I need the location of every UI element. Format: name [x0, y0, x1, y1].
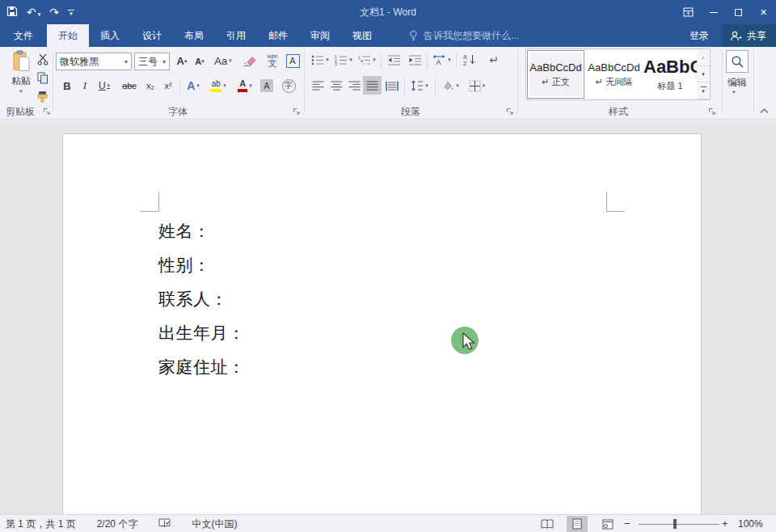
word-count-status[interactable]: 2/20 个字: [97, 517, 138, 531]
bold-button[interactable]: B: [60, 78, 74, 93]
tab-file[interactable]: 文件: [0, 24, 47, 47]
zoom-level[interactable]: 100%: [738, 515, 763, 532]
style-heading-1[interactable]: AaBbCcDd 标题 1: [643, 50, 697, 99]
minimize-icon: [710, 12, 718, 13]
web-layout-button[interactable]: [597, 516, 618, 532]
zoom-out-button[interactable]: −: [624, 515, 630, 532]
font-size-combo[interactable]: 三号▾: [134, 53, 170, 70]
align-left-button[interactable]: [310, 78, 326, 94]
zoom-slider-thumb[interactable]: [673, 519, 677, 529]
eraser-icon: [242, 55, 256, 67]
show-hide-marks-button[interactable]: ↵: [485, 52, 503, 68]
subscript-button[interactable]: x₂: [142, 78, 158, 93]
format-painter-button[interactable]: [36, 89, 50, 103]
proofing-status[interactable]: [158, 517, 171, 530]
print-layout-button[interactable]: [567, 516, 588, 532]
enclose-characters-button[interactable]: 字: [280, 78, 297, 93]
maximize-button[interactable]: [726, 0, 751, 24]
doc-line-name: 姓名：: [158, 220, 211, 243]
clipboard-dialog-launcher[interactable]: [43, 107, 53, 116]
read-mode-button[interactable]: [537, 516, 558, 532]
character-border-button[interactable]: A: [285, 53, 301, 69]
increase-indent-button[interactable]: [406, 53, 424, 67]
multilevel-list-button[interactable]: 1ai: [356, 53, 377, 67]
proofing-book-icon: [158, 517, 171, 528]
tab-references[interactable]: 引用: [215, 24, 257, 47]
character-shading-button[interactable]: A: [259, 78, 275, 93]
text-highlight-button[interactable]: ab: [207, 78, 230, 94]
svg-text:3: 3: [335, 61, 337, 65]
minimize-button[interactable]: [701, 0, 726, 24]
italic-button[interactable]: I: [79, 78, 91, 93]
find-button[interactable]: [726, 50, 749, 73]
distribute-button[interactable]: [383, 78, 401, 94]
tab-design[interactable]: 设计: [131, 24, 173, 47]
bullets-button[interactable]: [310, 53, 331, 67]
styles-more-button[interactable]: ▾: [697, 82, 710, 99]
tab-review[interactable]: 审阅: [299, 24, 341, 47]
align-right-button[interactable]: [346, 78, 362, 94]
text-effects-button[interactable]: A: [183, 78, 203, 93]
share-button[interactable]: 共享: [722, 24, 776, 47]
tab-view[interactable]: 视图: [341, 24, 383, 47]
paragraph-dialog-launcher[interactable]: [506, 107, 516, 116]
shrink-font-button[interactable]: A▾: [192, 54, 207, 69]
cut-button[interactable]: [36, 52, 50, 66]
tab-home[interactable]: 开始: [47, 24, 89, 47]
window-controls: ×: [676, 0, 776, 24]
tab-layout[interactable]: 布局: [173, 24, 215, 47]
styles-scroll-down-button[interactable]: ▾: [697, 66, 710, 83]
tell-me-box[interactable]: 告诉我您想要做什么...: [409, 24, 519, 47]
borders-button[interactable]: [466, 78, 488, 94]
underline-button[interactable]: U: [94, 78, 115, 93]
sort-button[interactable]: AZ: [460, 52, 479, 68]
font-dialog-launcher[interactable]: [293, 107, 302, 116]
zoom-in-button[interactable]: +: [722, 515, 728, 532]
zoom-slider-track[interactable]: [639, 524, 719, 525]
sign-in-button[interactable]: 登录: [690, 24, 709, 47]
svg-text:A: A: [463, 54, 467, 60]
doc-line-birthdate: 出生年月：: [158, 322, 246, 344]
shading-button[interactable]: [439, 78, 462, 94]
decrease-indent-button[interactable]: [385, 53, 403, 67]
numbering-button[interactable]: 123: [333, 53, 354, 67]
collapse-ribbon-button[interactable]: [760, 105, 769, 116]
ribbon: 粘贴 ▾ 剪贴板 微软雅黑▾ 三号▾ A▴ A▾ Aa wén 文: [0, 47, 776, 120]
font-color-bar: [238, 89, 247, 92]
close-button[interactable]: ×: [751, 0, 776, 24]
justify-button[interactable]: [363, 76, 382, 95]
styles-dialog-launcher[interactable]: [708, 107, 718, 116]
align-center-button[interactable]: [328, 78, 344, 94]
phonetic-guide-button[interactable]: wén 文: [264, 50, 281, 71]
language-status[interactable]: 中文(中国): [192, 517, 237, 531]
align-right-icon: [348, 81, 361, 91]
align-left-icon: [312, 81, 324, 91]
styles-group-label: 样式: [521, 105, 715, 118]
change-case-button[interactable]: Aa: [212, 53, 234, 69]
clear-formatting-button[interactable]: [241, 53, 257, 69]
web-layout-icon: [602, 519, 614, 530]
copy-button[interactable]: [36, 70, 50, 85]
ribbon-display-options-button[interactable]: [676, 0, 701, 24]
page-number-status[interactable]: 第 1 页，共 1 页: [6, 517, 76, 531]
font-name-combo[interactable]: 微软雅黑▾: [56, 53, 132, 70]
document-page[interactable]: 姓名： 性别： 联系人： 出生年月： 家庭住址：: [62, 133, 702, 514]
styles-scroll-up-button[interactable]: ▴: [697, 49, 710, 66]
paste-button[interactable]: 粘贴 ▾: [6, 50, 36, 103]
style-no-spacing[interactable]: AaBbCcDd ↵ 无间隔: [586, 50, 642, 99]
margin-mark-right: [606, 192, 607, 212]
tab-insert[interactable]: 插入: [89, 24, 131, 47]
editing-group-label[interactable]: 编辑: [719, 76, 755, 90]
line-spacing-button[interactable]: [408, 78, 431, 94]
document-area: 姓名： 性别： 联系人： 出生年月： 家庭住址：: [0, 120, 776, 514]
strikethrough-button[interactable]: abc: [120, 78, 139, 93]
font-color-button[interactable]: A: [234, 78, 255, 94]
format-painter-icon: [36, 91, 49, 103]
tab-mailings[interactable]: 邮件: [257, 24, 299, 47]
superscript-button[interactable]: x²: [160, 78, 176, 93]
editing-dropdown-arrow[interactable]: ▾: [732, 89, 736, 95]
grow-font-button[interactable]: A▴: [174, 53, 190, 69]
character-scaling-button[interactable]: A: [430, 53, 453, 67]
style-normal[interactable]: AaBbCcDd ↵ 正文: [527, 50, 584, 99]
ribbon-tabs: 文件 开始 插入 设计 布局 引用 邮件 审阅 视图 告诉我您想要做什么... …: [0, 24, 776, 47]
